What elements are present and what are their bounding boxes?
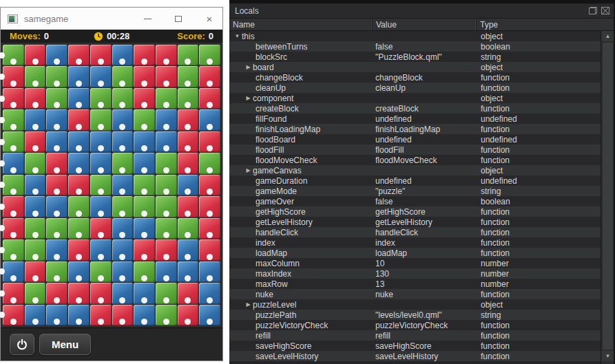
puzzle-piece[interactable]: [68, 261, 90, 282]
puzzle-piece[interactable]: [90, 261, 112, 282]
table-row[interactable]: nukenukefunction: [229, 289, 601, 299]
puzzle-piece[interactable]: [68, 45, 90, 65]
expand-arrow-icon[interactable]: ▶: [244, 165, 253, 175]
puzzle-piece[interactable]: [178, 109, 199, 130]
expand-arrow-icon[interactable]: ▶: [244, 62, 253, 72]
vertical-scrollbar[interactable]: ▲ ▼: [601, 31, 614, 364]
puzzle-piece[interactable]: [134, 109, 155, 130]
puzzle-piece[interactable]: [90, 109, 112, 130]
table-row[interactable]: maxIndex130number: [229, 268, 601, 279]
power-button[interactable]: [10, 334, 34, 355]
puzzle-piece[interactable]: [46, 305, 67, 325]
table-row[interactable]: gameMode"puzzle"string: [229, 186, 601, 196]
puzzle-piece[interactable]: [134, 66, 155, 87]
puzzle-piece[interactable]: [46, 88, 67, 109]
puzzle-piece[interactable]: [199, 131, 220, 152]
puzzle-piece[interactable]: [68, 196, 90, 217]
puzzle-piece[interactable]: [134, 175, 155, 195]
puzzle-piece[interactable]: [134, 305, 155, 325]
puzzle-piece[interactable]: [90, 66, 112, 87]
puzzle-piece[interactable]: [68, 283, 90, 303]
puzzle-piece[interactable]: [25, 66, 46, 87]
puzzle-piece[interactable]: [134, 153, 155, 173]
puzzle-piece[interactable]: [3, 109, 24, 130]
column-header-value[interactable]: Value: [373, 19, 477, 30]
puzzle-piece[interactable]: [90, 131, 112, 152]
puzzle-piece[interactable]: [156, 175, 177, 195]
puzzle-piece[interactable]: [199, 239, 220, 260]
puzzle-piece[interactable]: [112, 88, 134, 109]
puzzle-piece[interactable]: [199, 283, 220, 303]
menu-button[interactable]: Menu: [39, 334, 91, 355]
puzzle-piece[interactable]: [3, 283, 24, 303]
table-row[interactable]: getLevelHistorygetLevelHistoryfunction: [229, 217, 601, 227]
puzzle-piece[interactable]: [199, 153, 220, 173]
table-row[interactable]: floodBoardundefinedundefined: [229, 134, 601, 144]
puzzle-piece[interactable]: [25, 131, 46, 152]
puzzle-piece[interactable]: [68, 239, 90, 260]
puzzle-piece[interactable]: [112, 218, 134, 239]
puzzle-piece[interactable]: [25, 283, 46, 303]
puzzle-piece[interactable]: [46, 66, 67, 87]
puzzle-piece[interactable]: [3, 261, 24, 282]
table-row[interactable]: puzzlePath"levels/level0.qml"string: [229, 310, 601, 320]
puzzle-piece[interactable]: [156, 45, 177, 65]
table-row[interactable]: saveLevelHistorysaveLevelHistoryfunction: [229, 351, 601, 361]
puzzle-piece[interactable]: [134, 45, 155, 65]
scrollbar-thumb[interactable]: [602, 42, 614, 350]
table-row[interactable]: cleanUpcleanUpfunction: [229, 83, 601, 93]
puzzle-piece[interactable]: [156, 66, 177, 87]
puzzle-piece[interactable]: [178, 153, 199, 173]
table-row[interactable]: ▶gameCanvasobject: [229, 165, 601, 175]
puzzle-piece[interactable]: [3, 218, 24, 239]
table-row[interactable]: puzzleVictoryCheckpuzzleVictoryCheckfunc…: [229, 320, 601, 330]
puzzle-piece[interactable]: [68, 218, 90, 239]
puzzle-piece[interactable]: [112, 239, 134, 260]
table-row[interactable]: indexindexfunction: [229, 237, 601, 248]
puzzle-piece[interactable]: [178, 283, 199, 303]
column-header-type[interactable]: Type: [477, 19, 601, 30]
maximize-button[interactable]: [174, 14, 183, 23]
table-row[interactable]: maxRow13number: [229, 279, 601, 289]
puzzle-piece[interactable]: [112, 45, 134, 65]
table-row[interactable]: refillrefillfunction: [229, 330, 601, 341]
table-row[interactable]: ▶boardobject: [229, 62, 601, 72]
puzzle-piece[interactable]: [199, 305, 220, 325]
puzzle-piece[interactable]: [112, 261, 134, 282]
puzzle-piece[interactable]: [46, 153, 67, 173]
puzzle-piece[interactable]: [3, 131, 24, 152]
puzzle-piece[interactable]: [112, 196, 134, 217]
puzzle-piece[interactable]: [3, 153, 24, 173]
table-row[interactable]: handleClickhandleClickfunction: [229, 227, 601, 237]
puzzle-piece[interactable]: [68, 109, 90, 130]
table-row[interactable]: ▼thisobject: [229, 31, 601, 41]
puzzle-piece[interactable]: [199, 109, 220, 130]
puzzle-piece[interactable]: [46, 239, 67, 260]
column-header-name[interactable]: Name: [229, 19, 373, 30]
table-row[interactable]: loadMaploadMapfunction: [229, 248, 601, 258]
scroll-down-button[interactable]: ▼: [602, 351, 614, 361]
table-row[interactable]: maxColumn10number: [229, 258, 601, 268]
puzzle-piece[interactable]: [46, 196, 67, 217]
puzzle-piece[interactable]: [46, 218, 67, 239]
expand-arrow-icon[interactable]: ▶: [244, 299, 253, 310]
puzzle-piece[interactable]: [25, 153, 46, 173]
puzzle-piece[interactable]: [134, 261, 155, 282]
puzzle-piece[interactable]: [178, 175, 199, 195]
puzzle-piece[interactable]: [112, 66, 134, 87]
puzzle-piece[interactable]: [46, 283, 67, 303]
puzzle-piece[interactable]: [3, 88, 24, 109]
puzzle-piece[interactable]: [199, 261, 220, 282]
puzzle-piece[interactable]: [90, 88, 112, 109]
puzzle-piece[interactable]: [46, 175, 67, 195]
puzzle-piece[interactable]: [156, 88, 177, 109]
puzzle-piece[interactable]: [112, 305, 134, 325]
puzzle-piece[interactable]: [178, 305, 199, 325]
table-row[interactable]: blockSrc"PuzzleBlock.qml"string: [229, 52, 601, 62]
puzzle-piece[interactable]: [46, 109, 67, 130]
close-button[interactable]: ×: [205, 14, 214, 23]
puzzle-piece[interactable]: [134, 283, 155, 303]
puzzle-piece[interactable]: [46, 45, 67, 65]
puzzle-piece[interactable]: [156, 239, 177, 260]
puzzle-piece[interactable]: [3, 305, 24, 325]
